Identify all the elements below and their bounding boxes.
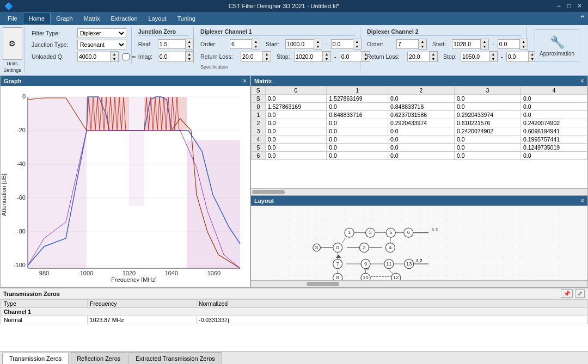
- ch2-start-input[interactable]: [452, 39, 480, 49]
- matrix-row-label-6: 5: [252, 144, 266, 152]
- ch2-rl-input[interactable]: [407, 52, 429, 61]
- unloaded-q-checkbox[interactable]: [122, 53, 130, 60]
- real-down[interactable]: ▼: [186, 44, 193, 49]
- ch2-stop-up[interactable]: ▲: [489, 52, 497, 57]
- ch1-stop-input[interactable]: [294, 52, 322, 61]
- imag-spin: ▲ ▼: [158, 51, 194, 62]
- menu-file[interactable]: File: [2, 12, 23, 25]
- ch2-stop2-input[interactable]: [506, 52, 528, 61]
- close-button[interactable]: ×: [575, 2, 584, 10]
- layout-scroll-h[interactable]: [251, 280, 587, 287]
- svg-text:2: 2: [363, 244, 365, 250]
- ch1-start2-down[interactable]: ▼: [353, 44, 361, 49]
- menu-graph[interactable]: Graph: [51, 12, 78, 25]
- unloaded-q-up[interactable]: ▲: [111, 52, 118, 57]
- tab-transmission-zeros[interactable]: Transmission Zeros: [2, 353, 69, 364]
- units-button[interactable]: ⚙: [3, 27, 22, 60]
- graph-panel-header: Graph ×: [1, 76, 250, 86]
- svg-text:11: 11: [386, 261, 391, 267]
- real-up[interactable]: ▲: [186, 39, 193, 44]
- graph-panel-close[interactable]: ×: [243, 77, 247, 85]
- ch1-stop2-input[interactable]: [340, 52, 362, 61]
- ch1-rl-spinners: ▲ ▼: [262, 51, 271, 62]
- ch1-start-down[interactable]: ▼: [314, 44, 322, 49]
- ch1-stop-spin: ▲ ▼: [294, 51, 331, 62]
- ch2-stop-input[interactable]: [461, 52, 489, 61]
- matrix-cell-3-4: 0.2420074902: [520, 119, 587, 127]
- ch2-order-spinners: ▲ ▼: [418, 39, 427, 50]
- matrix-panel-close[interactable]: ×: [580, 77, 584, 85]
- ch1-rl-input[interactable]: [241, 52, 262, 61]
- ch2-start-down[interactable]: ▼: [481, 44, 488, 49]
- matrix-row-5: 40.00.00.00.00.1995757441: [252, 135, 587, 144]
- maximize-bottom-button[interactable]: ⤢: [575, 289, 585, 298]
- ch2-order-down[interactable]: ▼: [419, 44, 426, 49]
- ch1-rl-down[interactable]: ▼: [263, 57, 271, 61]
- bottom-table: Type Frequency Normalized Channel 1 Norm…: [0, 299, 588, 324]
- real-label: Real:: [138, 41, 156, 47]
- matrix-cell-4-2: 0.0: [388, 127, 454, 135]
- ch2-start2-down[interactable]: ▼: [520, 44, 528, 49]
- svg-text:1: 1: [348, 229, 351, 235]
- ch2-stop-down[interactable]: ▼: [489, 57, 497, 61]
- ch1-start-input[interactable]: [285, 39, 314, 49]
- matrix-scroll-h[interactable]: [251, 188, 587, 195]
- pin-button[interactable]: 📌: [561, 289, 573, 298]
- tab-extracted-transmission-zeros[interactable]: Extracted Transmission Zeros: [128, 352, 222, 364]
- ch1-order-down[interactable]: ▼: [252, 44, 260, 49]
- ch1-rl-up[interactable]: ▲: [263, 52, 271, 57]
- ch2-rl-down[interactable]: ▼: [430, 57, 437, 61]
- matrix-row-7: 60.00.00.00.00.0: [252, 152, 587, 160]
- ch1-order-up[interactable]: ▲: [252, 39, 260, 44]
- ch2-order-up[interactable]: ▲: [419, 39, 426, 44]
- ch1-start2-input[interactable]: [331, 39, 353, 49]
- matrix-cell-5-3: 0.0: [454, 135, 520, 144]
- menu-layout[interactable]: Layout: [143, 12, 172, 25]
- unloaded-q-row: Unloaded Q: ▲ ▼ ∞: [32, 51, 127, 62]
- ch1-start-up[interactable]: ▲: [314, 39, 322, 44]
- ch1-start2-up[interactable]: ▲: [353, 39, 361, 44]
- filter-type-select[interactable]: Diplexer: [77, 28, 126, 38]
- unloaded-q-input[interactable]: [77, 52, 110, 61]
- menu-tuning[interactable]: Tuning: [172, 12, 201, 25]
- ch1-stop-down[interactable]: ▼: [323, 57, 330, 61]
- bottom-area: Transmission Zeros 📌 ⤢ Type Frequency No…: [0, 287, 588, 364]
- svg-rect-24: [187, 140, 240, 268]
- junction-type-select[interactable]: Resonant: [77, 40, 126, 50]
- svg-text:0: 0: [22, 93, 26, 100]
- maximize-button[interactable]: □: [565, 2, 573, 10]
- ch1-order-label: Order:: [200, 41, 228, 47]
- approximation-button[interactable]: 🔧 Approximation: [535, 29, 579, 62]
- menu-home[interactable]: Home: [23, 12, 51, 25]
- minimize-button[interactable]: −: [555, 2, 563, 10]
- layout-canvas: S 0 1 2 3: [251, 206, 587, 280]
- svg-text:1000: 1000: [80, 270, 93, 276]
- ch1-stop-up[interactable]: ▲: [323, 52, 330, 57]
- ch2-start2-input[interactable]: [498, 39, 519, 49]
- matrix-col-header-3: 3: [454, 87, 520, 95]
- matrix-cell-3-2: 0.2920433974: [388, 119, 454, 127]
- real-input[interactable]: [158, 39, 185, 49]
- ch1-order-input[interactable]: [230, 39, 252, 49]
- ch2-order-input[interactable]: [396, 39, 418, 49]
- layout-panel-close[interactable]: ×: [580, 197, 584, 205]
- junction-zero-group: Junction Zero Real: ▲ ▼ Imag: ▲ ▼: [134, 27, 194, 63]
- unloaded-q-spinners: ▲ ▼: [110, 51, 119, 62]
- imag-up[interactable]: ▲: [186, 52, 193, 57]
- col-frequency: Frequency: [88, 300, 197, 308]
- ch2-rl-up[interactable]: ▲: [430, 52, 437, 57]
- menu-extraction[interactable]: Extraction: [106, 12, 143, 25]
- matrix-table-container[interactable]: S 0 1 2 3 4 S0.01.5278631690.00.00.001.5…: [251, 86, 587, 188]
- matrix-cell-7-3: 0.0: [454, 152, 520, 160]
- unloaded-q-down[interactable]: ▼: [111, 57, 118, 61]
- tab-reflection-zeros[interactable]: Reflection Zeros: [70, 352, 127, 364]
- ch2-start2-up[interactable]: ▲: [520, 39, 528, 44]
- ch2-start-up[interactable]: ▲: [481, 39, 488, 44]
- collapse-ribbon[interactable]: ⌃: [579, 14, 586, 24]
- matrix-col-header-s: S: [252, 87, 266, 95]
- menu-matrix[interactable]: Matrix: [78, 12, 106, 25]
- imag-input[interactable]: [158, 52, 185, 61]
- ch1-start-spin: ▲ ▼: [285, 39, 322, 50]
- imag-down[interactable]: ▼: [186, 57, 193, 61]
- svg-text:4: 4: [389, 244, 391, 250]
